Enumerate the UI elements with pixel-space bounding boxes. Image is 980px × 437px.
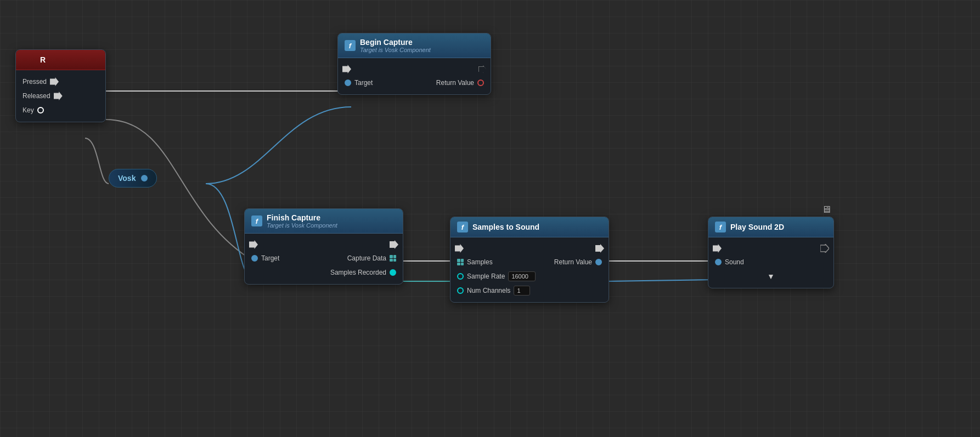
begin-target-label: Target [354, 79, 373, 87]
begin-exec-out [478, 65, 486, 73]
begin-capture-title-block: Begin Capture Target is Vosk Component [360, 38, 431, 53]
samples-exec-out [595, 244, 604, 253]
sound-pin-row: Sound [708, 255, 833, 269]
finish-capture-body: Target Capture Data Samples Recorded [245, 234, 403, 284]
samples-return-label: Return Value [554, 258, 592, 266]
play-exec-out [820, 244, 829, 253]
sample-rate-input[interactable] [508, 271, 536, 281]
begin-exec-in [342, 65, 351, 73]
play-sound-2d-title: Play Sound 2D [730, 223, 784, 231]
begin-capture-subtitle: Target is Vosk Component [360, 47, 431, 53]
finish-target-pin [251, 255, 258, 262]
pressed-exec-pin [50, 77, 59, 86]
samples-pin-row: Samples Return Value [450, 255, 609, 269]
play-sound-2d-body: Sound ▼ [708, 237, 833, 288]
begin-exec-row [338, 63, 491, 76]
finish-capture-data-pin [390, 255, 396, 262]
sample-rate-row: Sample Rate [450, 269, 609, 283]
begin-capture-body: Target Return Value [338, 58, 491, 94]
r-key-node: R Pressed Released Key [15, 49, 106, 122]
pressed-label: Pressed [22, 78, 47, 86]
begin-capture-header: f Begin Capture Target is Vosk Component [338, 33, 491, 58]
num-channels-input[interactable] [514, 286, 530, 296]
play-dropdown-arrow[interactable]: ▼ [767, 272, 775, 281]
begin-return-label: Return Value [436, 79, 474, 87]
samples-label: Samples [467, 258, 493, 266]
svg-marker-3 [820, 244, 829, 253]
play-sound-2d-header: f Play Sound 2D [708, 217, 833, 237]
samples-to-sound-header: f Samples to Sound [450, 217, 609, 237]
finish-exec-out [390, 240, 398, 249]
samples-func-icon: f [457, 222, 468, 232]
finish-capture-data-label: Capture Data [347, 254, 386, 262]
num-channels-row: Num Channels [450, 283, 609, 298]
samples-to-sound-title: Samples to Sound [472, 223, 539, 231]
svg-marker-2 [595, 244, 604, 253]
play-exec-row [708, 242, 833, 255]
func-icon: f [345, 40, 356, 51]
pressed-pin: Pressed [16, 75, 105, 89]
begin-return-pin [477, 80, 484, 86]
monitor-icon: 🖥 [821, 204, 831, 215]
play-dropdown-row: ▼ [708, 269, 833, 283]
finish-capture-node: f Finish Capture Target is Vosk Componen… [244, 208, 403, 285]
finish-samples-recorded-label: Samples Recorded [330, 269, 386, 276]
num-channels-pin [457, 287, 464, 294]
released-exec-pin [54, 92, 63, 100]
svg-marker-0 [478, 65, 487, 74]
vosk-label: Vosk [118, 174, 136, 183]
key-label: Key [22, 106, 34, 114]
svg-marker-1 [390, 240, 398, 249]
r-key-body: Pressed Released Key [16, 70, 105, 122]
play-exec-in [713, 244, 722, 253]
key-circle-pin [37, 107, 44, 113]
play-func-icon: f [715, 222, 726, 232]
vosk-body: Vosk [109, 169, 157, 188]
finish-capture-title: Finish Capture [267, 213, 337, 222]
samples-return-pin [595, 259, 602, 265]
finish-capture-subtitle: Target is Vosk Component [267, 222, 337, 229]
sample-rate-pin [457, 273, 464, 280]
finish-target-row: Target Capture Data [245, 251, 403, 265]
keyboard-icon [22, 54, 36, 65]
vosk-output-pin [141, 175, 148, 181]
finish-exec-row [245, 238, 403, 251]
play-sound-2d-node: 🖥 f Play Sound 2D Sound ▼ [708, 217, 834, 288]
r-key-title: R [40, 55, 46, 64]
sound-label: Sound [725, 258, 744, 266]
begin-target-row: Target Return Value [338, 76, 491, 90]
begin-target-pin [345, 80, 351, 86]
samples-input-pin [457, 259, 464, 265]
finish-capture-header: f Finish Capture Target is Vosk Componen… [245, 209, 403, 234]
finish-exec-in [249, 240, 258, 249]
finish-samples-recorded-pin [390, 269, 396, 276]
finish-samples-row: Samples Recorded [245, 265, 403, 280]
sound-input-pin [715, 259, 722, 265]
vosk-node: Vosk [109, 169, 157, 188]
samples-to-sound-body: Samples Return Value Sample Rate Num Cha… [450, 237, 609, 302]
finish-capture-title-block: Finish Capture Target is Vosk Component [267, 213, 337, 229]
released-label: Released [22, 92, 50, 100]
key-pin: Key [16, 103, 105, 117]
finish-func-icon: f [251, 215, 262, 226]
samples-to-sound-node: f Samples to Sound Samples Return Value … [450, 217, 609, 303]
finish-target-label: Target [261, 254, 279, 262]
samples-exec-in [455, 244, 464, 253]
begin-capture-title: Begin Capture [360, 38, 431, 47]
num-channels-label: Num Channels [467, 287, 510, 294]
sample-rate-label: Sample Rate [467, 273, 505, 280]
samples-exec-row [450, 242, 609, 255]
r-key-node-header: R [16, 50, 105, 70]
released-pin: Released [16, 89, 105, 103]
begin-capture-node: f Begin Capture Target is Vosk Component… [337, 33, 491, 95]
